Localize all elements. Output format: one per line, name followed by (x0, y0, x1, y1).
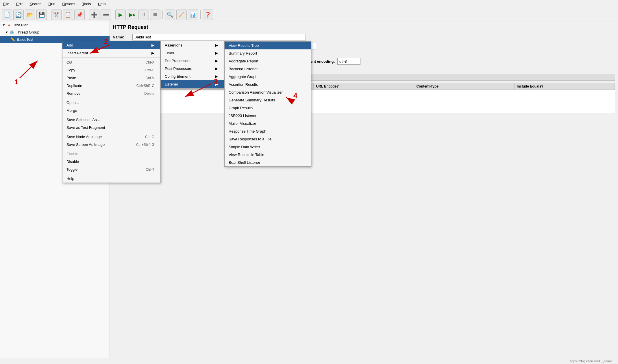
listener-beanshell[interactable]: BeanShell Listener (225, 159, 311, 166)
menu-tools[interactable]: Tools (81, 1, 92, 7)
ctx-remove[interactable]: Remove Delete (62, 90, 160, 97)
stop-button[interactable]: ⏹ (150, 10, 160, 20)
ctx-duplicate[interactable]: Duplicate Ctrl+Shift-C (62, 82, 160, 90)
listener-view-results-table[interactable]: View Results in Table (225, 151, 311, 159)
name-input[interactable] (132, 34, 306, 40)
ctx-cut[interactable]: Cut Ctrl-X (62, 58, 160, 66)
expand-icon: ▾ (3, 23, 5, 27)
sidebar-item-label-thread: Thread Group (16, 30, 39, 34)
report-button[interactable]: 📊 (188, 10, 198, 20)
listener-ar-label: Aggregate Report (229, 59, 258, 63)
ctx-paste[interactable]: Paste Ctrl-V (62, 74, 160, 82)
start-nopause-button[interactable]: ▶▸ (127, 10, 137, 20)
cut-button[interactable]: ✂️ (51, 10, 62, 20)
sep-5 (62, 149, 160, 149)
context-menu-overlay: Add ▶ Insert Parent ▶ Cut Ctrl-X Copy Ct… (62, 41, 160, 183)
template-button[interactable]: 🔄 (13, 10, 24, 20)
listener-mv-label: Mailer Visualizer (229, 121, 256, 126)
listener-aggregate-report[interactable]: Aggregate Report (225, 57, 311, 65)
name-label: Name: (113, 35, 130, 39)
listener-bl-label: Backend Listener (229, 67, 258, 71)
listener-response-time[interactable]: Response Time Graph (225, 127, 311, 135)
ctx-copy[interactable]: Copy Ctrl-C (62, 66, 160, 74)
listener-view-results-tree[interactable]: View Results Tree (225, 42, 311, 49)
ctx-toggle-label: Toggle (66, 167, 77, 172)
sub-pre-processors[interactable]: Pre Processors ▶ (161, 57, 224, 65)
content-encoding-input[interactable] (337, 58, 360, 65)
menu-options[interactable]: Options (61, 1, 77, 7)
menu-search[interactable]: Search (28, 1, 43, 7)
action-buttons-row: Detail Delete Up Down (113, 115, 615, 121)
sep-4 (62, 132, 160, 132)
ctx-remove-label: Remove (66, 91, 80, 96)
pause-button[interactable]: ⏸ (138, 10, 149, 20)
listener-graph-results[interactable]: Graph Results (225, 104, 311, 112)
sub-assertions[interactable]: Assertions ▶ (161, 41, 224, 49)
ctx-paste-label: Paste (66, 76, 76, 80)
ctx-save-fragment[interactable]: Save as Test Fragment (62, 124, 160, 131)
ctx-disable-label: Disable (66, 159, 79, 164)
ctx-help-label: Help (66, 177, 74, 181)
ctx-disable[interactable]: Disable (62, 158, 160, 166)
ctx-merge-label: Merge (66, 108, 77, 113)
status-bar: https://blog.csdn.net/IT_heima... (0, 358, 618, 364)
ctx-merge[interactable]: Merge (62, 107, 160, 114)
ctx-save-screen-image[interactable]: Save Screen As Image Ctrl+Shift-G (62, 141, 160, 148)
clear-button[interactable]: 🧹 (176, 10, 187, 20)
sub-config-label: Config Element (165, 74, 190, 79)
listener-generate-summary[interactable]: Generate Summary Results (225, 96, 311, 104)
open-button[interactable]: 📂 (25, 10, 35, 20)
listener-assertion-results[interactable]: Assertion Results (225, 81, 311, 88)
ctx-help[interactable]: Help (62, 175, 160, 183)
menu-run[interactable]: Run (47, 1, 57, 7)
submenu-add: Assertions ▶ Timer ▶ Pre Processors ▶ Po… (160, 41, 224, 88)
listener-gs-label: Generate Summary Results (229, 98, 275, 102)
menu-help[interactable]: Help (97, 1, 107, 7)
listener-srf-label: Save Responses to a File (229, 137, 271, 141)
ctx-save-selection[interactable]: Save Selection As... (62, 116, 160, 124)
ctx-enable: Enable (62, 150, 160, 158)
test-plan-icon: 🔺 (7, 23, 11, 27)
menu-file[interactable]: File (2, 1, 11, 7)
sub-post-label: Post Processors (165, 66, 192, 71)
start-button[interactable]: ▶ (115, 10, 126, 20)
listener-comparison[interactable]: Comparison Assertion Visualizer (225, 88, 311, 96)
sub-config-element[interactable]: Config Element ▶ (161, 73, 224, 80)
sep-3 (62, 115, 160, 115)
sep1 (49, 10, 49, 19)
sub-timer[interactable]: Timer ▶ (161, 49, 224, 57)
ctx-open[interactable]: Open... (62, 99, 160, 107)
listener-save-responses[interactable]: Save Responses to a File (225, 135, 311, 143)
ctx-save-node-image[interactable]: Save Node As Image Ctrl-G (62, 133, 160, 141)
sub-listener[interactable]: Listener ▶ (161, 80, 224, 88)
remove-button[interactable]: ➖ (101, 10, 111, 20)
paste-button[interactable]: 📌 (74, 10, 85, 20)
sidebar-item-label-baidu: BaiduTest (17, 37, 33, 42)
sep4 (162, 10, 163, 19)
sub-post-processors[interactable]: Post Processors ▶ (161, 65, 224, 73)
ctx-toggle[interactable]: Toggle Ctrl-T (62, 166, 160, 173)
listener-aggregate-graph[interactable]: Aggregate Graph (225, 73, 311, 81)
sub-listener-label: Listener (165, 82, 178, 86)
ctx-duplicate-label: Duplicate (66, 83, 82, 88)
help-button[interactable]: ❓ (203, 10, 213, 20)
ctx-save-fragment-label: Save as Test Fragment (66, 125, 105, 130)
col-include-equals: Include Equals? (515, 83, 615, 90)
listener-mailer[interactable]: Mailer Visualizer (225, 120, 311, 127)
listener-jsr-label: JSR223 Listener (229, 114, 256, 118)
listener-bs-label: BeanShell Listener (229, 160, 260, 165)
sidebar-item-thread-group[interactable]: ▾ ⚙️ Thread Group (0, 29, 110, 36)
listener-summary-report[interactable]: Summary Report (225, 49, 311, 57)
listener-jsr223[interactable]: JSR223 Listener (225, 112, 311, 120)
sidebar-item-test-plan[interactable]: ▾ 🔺 Test Plan (0, 21, 110, 29)
add-button[interactable]: ➕ (89, 10, 99, 20)
listener-simple-data-writer[interactable]: Simple Data Writer (225, 143, 311, 151)
listener-backend[interactable]: Backend Listener (225, 65, 311, 73)
new-button[interactable]: 📄 (2, 10, 12, 20)
save-button[interactable]: 💾 (36, 10, 47, 20)
copy-button[interactable]: 📋 (63, 10, 73, 20)
ctx-insert-parent[interactable]: Insert Parent ▶ (62, 49, 160, 57)
find-button[interactable]: 🔍 (165, 10, 175, 20)
ctx-add[interactable]: Add ▶ (62, 41, 160, 49)
menu-edit[interactable]: Edit (15, 1, 24, 7)
